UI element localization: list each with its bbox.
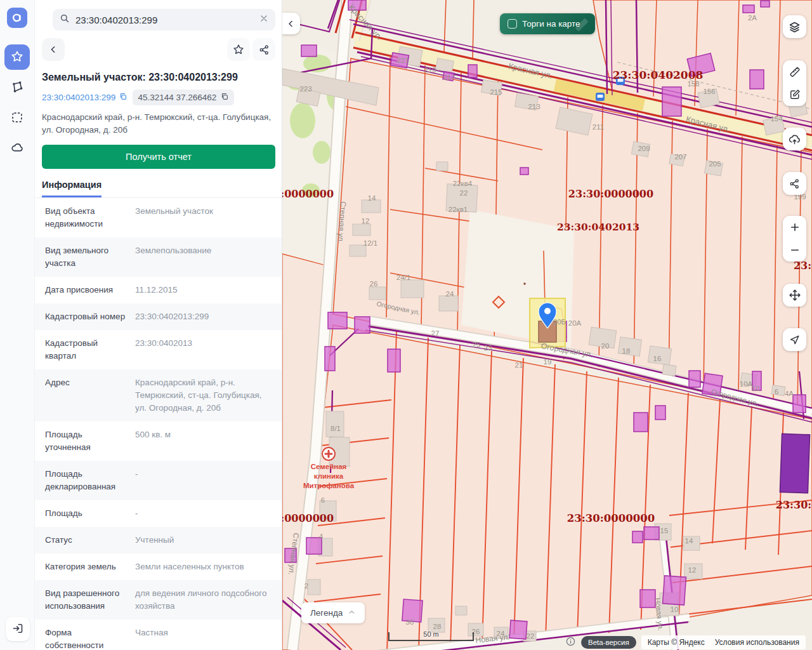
p-label: 20А (568, 319, 582, 327)
p-label: 4 (319, 533, 324, 540)
back-button[interactable] (42, 38, 65, 61)
layers-button[interactable] (783, 15, 806, 38)
field-label: Вид разрешенного использования (45, 587, 129, 613)
p-label: 24 (446, 290, 454, 298)
field-label: Кадастровый номер (45, 310, 129, 323)
app-logo-icon[interactable] (7, 8, 27, 28)
p-label: 2А (748, 14, 757, 22)
zoom-in-button[interactable] (783, 216, 806, 239)
object-chips: 23:30:0402013:299 45.32144 37.266462 (42, 90, 275, 105)
p-label: 154 (770, 115, 783, 123)
zoom-control (783, 216, 806, 262)
map-attribution: Карты © Яндекс (648, 638, 705, 647)
locate-me-button[interactable] (783, 328, 806, 351)
object-title: Земельный участок: 23:30:0402013:299 (42, 72, 274, 83)
search-input[interactable] (75, 15, 254, 25)
zoom-out-button[interactable] (783, 239, 806, 262)
search-bar[interactable] (53, 9, 275, 30)
legend-button[interactable]: Легенда (301, 602, 365, 623)
cadastral-number-link[interactable]: 23:30:0402013:299 (42, 92, 128, 103)
coordinates-chip[interactable]: 45.32144 37.266462 (133, 90, 234, 105)
clinic-poi-icon[interactable] (322, 448, 335, 460)
p-label: 6 (775, 388, 778, 395)
get-report-button[interactable]: Получить отчет (42, 145, 275, 169)
info-row: Категория земельЗемли населенных пунктов (35, 554, 282, 580)
poi-label: Семейная (311, 463, 347, 470)
share-map-button[interactable] (783, 172, 806, 195)
info-row: Вид разрешенного использованиядля ведени… (35, 580, 282, 620)
cadastral-map-canvas: 2232212192172152132112092072051581561541… (282, 0, 812, 650)
field-value: - (135, 507, 272, 520)
copy-icon[interactable] (119, 92, 128, 103)
p-label: 215 (490, 88, 502, 96)
p-label: 8/1 (331, 425, 341, 432)
collapse-panel-button[interactable] (282, 13, 300, 34)
auction-checkbox[interactable] (508, 19, 517, 29)
q-label: 23:30:0000000 (568, 188, 653, 200)
field-value: для ведения личного подсобного хозяйства (135, 587, 272, 613)
field-label: Вид объекта недвижимости (45, 205, 129, 230)
copy-icon[interactable] (220, 92, 229, 103)
p-label: 10 (671, 606, 679, 613)
p-label: 18 (622, 347, 631, 355)
q-label: 23:30: (776, 499, 811, 511)
tab-information[interactable]: Информация (42, 180, 102, 197)
favorite-button[interactable] (227, 38, 250, 61)
auctions-on-map-toggle[interactable]: Торги на карте (500, 13, 595, 34)
ruler-button[interactable] (783, 60, 806, 83)
object-header (35, 38, 282, 61)
p-label: 28 (433, 623, 442, 630)
gavel-icon (572, 15, 591, 34)
auction-toggle-label: Торги на карте (522, 19, 580, 29)
info-row: Дата присвоения11.12.2015 (35, 277, 282, 303)
edit-button[interactable] (783, 83, 806, 106)
cloud-upload-button[interactable] (783, 128, 806, 150)
info-row: АдресКраснодарский край, р-н. Темрюкский… (35, 369, 282, 421)
p-label: 14 (368, 194, 376, 202)
field-label: Адрес (45, 376, 129, 415)
share-button[interactable] (252, 38, 275, 61)
p-label: 27 (431, 329, 440, 337)
sidebar-item-area-select[interactable] (4, 105, 30, 131)
field-value: Частная (135, 627, 272, 650)
p-label: 14 (685, 537, 693, 545)
info-icon[interactable] (565, 636, 576, 649)
q-label: 23:30:0402008 (613, 69, 704, 81)
clear-search-icon[interactable] (259, 13, 269, 26)
p-label: 23 (484, 344, 492, 352)
object-panel: Земельный участок: 23:30:0402013:299 23:… (35, 0, 282, 650)
field-value: 23:30:0402013:299 (135, 310, 272, 323)
app-root: Земельный участок: 23:30:0402013:299 23:… (0, 0, 812, 650)
p-label: 25 (473, 341, 481, 348)
scale-label: 50 m (390, 630, 473, 638)
sidebar-item-favorites[interactable] (4, 44, 30, 70)
info-row: Форма собственностиЧастная (35, 620, 282, 650)
info-row: Площадь декларированная- (35, 461, 282, 500)
field-label: Площадь декларированная (45, 468, 129, 493)
sidebar-item-polygon-tool[interactable] (4, 75, 30, 100)
dark-purple-building (780, 434, 809, 493)
chevron-up-icon (348, 608, 356, 618)
login-button[interactable] (6, 617, 30, 641)
q-label: 23:30:0000000 (567, 512, 655, 524)
upload-control (783, 128, 806, 150)
pan-button[interactable] (783, 284, 806, 307)
polygon-icon (10, 80, 24, 96)
cloud-icon (10, 141, 24, 157)
sidebar-item-cloud[interactable] (4, 136, 30, 161)
field-value: Учтенный (135, 534, 272, 547)
field-value: 23:30:0402013 (135, 337, 272, 362)
object-address: Краснодарский край, р-н. Темрюкский, ст-… (42, 111, 274, 136)
field-label: Кадастровый квартал (45, 337, 129, 362)
field-value: Земли населенных пунктов (135, 560, 272, 573)
p-label: 219 (424, 66, 436, 74)
p-label: 12 (688, 566, 697, 574)
map-area[interactable]: 2232212192172152132112092072051581561541… (282, 0, 812, 650)
info-row: Площадь- (35, 500, 282, 527)
terms-of-use-link[interactable]: Условия использования (715, 638, 799, 647)
p-label: 16 (653, 355, 662, 362)
measure-edit-control (783, 60, 806, 106)
p-label: 15 (660, 527, 669, 534)
field-label: Вид земельного участка (45, 244, 129, 270)
q-label: 23:30:0000000 (282, 188, 334, 200)
